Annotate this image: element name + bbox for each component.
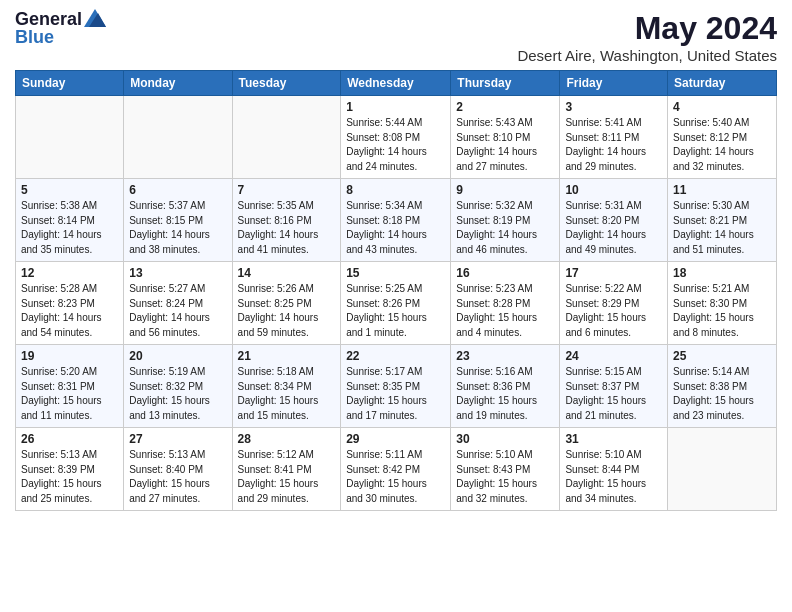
week-row-3: 12Sunrise: 5:28 AMSunset: 8:23 PMDayligh… [16, 262, 777, 345]
day-cell [668, 428, 777, 511]
day-number: 16 [456, 266, 554, 280]
day-number: 8 [346, 183, 445, 197]
day-number: 3 [565, 100, 662, 114]
day-number: 1 [346, 100, 445, 114]
day-cell [16, 96, 124, 179]
day-info: Sunrise: 5:13 AMSunset: 8:40 PMDaylight:… [129, 448, 226, 506]
day-info: Sunrise: 5:12 AMSunset: 8:41 PMDaylight:… [238, 448, 336, 506]
day-info: Sunrise: 5:37 AMSunset: 8:15 PMDaylight:… [129, 199, 226, 257]
day-info: Sunrise: 5:38 AMSunset: 8:14 PMDaylight:… [21, 199, 118, 257]
col-header-monday: Monday [124, 71, 232, 96]
day-cell: 2Sunrise: 5:43 AMSunset: 8:10 PMDaylight… [451, 96, 560, 179]
logo-blue: Blue [15, 28, 106, 48]
day-number: 6 [129, 183, 226, 197]
day-info: Sunrise: 5:13 AMSunset: 8:39 PMDaylight:… [21, 448, 118, 506]
day-info: Sunrise: 5:26 AMSunset: 8:25 PMDaylight:… [238, 282, 336, 340]
day-number: 12 [21, 266, 118, 280]
day-number: 28 [238, 432, 336, 446]
day-cell: 28Sunrise: 5:12 AMSunset: 8:41 PMDayligh… [232, 428, 341, 511]
day-cell: 25Sunrise: 5:14 AMSunset: 8:38 PMDayligh… [668, 345, 777, 428]
day-info: Sunrise: 5:11 AMSunset: 8:42 PMDaylight:… [346, 448, 445, 506]
day-number: 7 [238, 183, 336, 197]
day-cell: 3Sunrise: 5:41 AMSunset: 8:11 PMDaylight… [560, 96, 668, 179]
calendar-table: SundayMondayTuesdayWednesdayThursdayFrid… [15, 70, 777, 511]
day-cell: 27Sunrise: 5:13 AMSunset: 8:40 PMDayligh… [124, 428, 232, 511]
day-number: 26 [21, 432, 118, 446]
day-cell: 7Sunrise: 5:35 AMSunset: 8:16 PMDaylight… [232, 179, 341, 262]
day-info: Sunrise: 5:32 AMSunset: 8:19 PMDaylight:… [456, 199, 554, 257]
day-number: 5 [21, 183, 118, 197]
day-cell: 5Sunrise: 5:38 AMSunset: 8:14 PMDaylight… [16, 179, 124, 262]
col-header-friday: Friday [560, 71, 668, 96]
day-number: 19 [21, 349, 118, 363]
day-info: Sunrise: 5:28 AMSunset: 8:23 PMDaylight:… [21, 282, 118, 340]
day-number: 15 [346, 266, 445, 280]
day-number: 22 [346, 349, 445, 363]
day-info: Sunrise: 5:21 AMSunset: 8:30 PMDaylight:… [673, 282, 771, 340]
day-number: 20 [129, 349, 226, 363]
day-cell: 16Sunrise: 5:23 AMSunset: 8:28 PMDayligh… [451, 262, 560, 345]
day-cell: 8Sunrise: 5:34 AMSunset: 8:18 PMDaylight… [341, 179, 451, 262]
day-info: Sunrise: 5:15 AMSunset: 8:37 PMDaylight:… [565, 365, 662, 423]
col-header-tuesday: Tuesday [232, 71, 341, 96]
title-section: May 2024 Desert Aire, Washington, United… [517, 10, 777, 64]
day-number: 14 [238, 266, 336, 280]
day-info: Sunrise: 5:40 AMSunset: 8:12 PMDaylight:… [673, 116, 771, 174]
day-cell: 21Sunrise: 5:18 AMSunset: 8:34 PMDayligh… [232, 345, 341, 428]
day-info: Sunrise: 5:44 AMSunset: 8:08 PMDaylight:… [346, 116, 445, 174]
day-number: 23 [456, 349, 554, 363]
day-number: 4 [673, 100, 771, 114]
day-cell: 26Sunrise: 5:13 AMSunset: 8:39 PMDayligh… [16, 428, 124, 511]
day-number: 2 [456, 100, 554, 114]
day-number: 31 [565, 432, 662, 446]
day-cell: 11Sunrise: 5:30 AMSunset: 8:21 PMDayligh… [668, 179, 777, 262]
day-number: 30 [456, 432, 554, 446]
day-info: Sunrise: 5:34 AMSunset: 8:18 PMDaylight:… [346, 199, 445, 257]
day-cell: 13Sunrise: 5:27 AMSunset: 8:24 PMDayligh… [124, 262, 232, 345]
day-cell: 24Sunrise: 5:15 AMSunset: 8:37 PMDayligh… [560, 345, 668, 428]
day-cell: 29Sunrise: 5:11 AMSunset: 8:42 PMDayligh… [341, 428, 451, 511]
day-info: Sunrise: 5:43 AMSunset: 8:10 PMDaylight:… [456, 116, 554, 174]
header-row: SundayMondayTuesdayWednesdayThursdayFrid… [16, 71, 777, 96]
week-row-4: 19Sunrise: 5:20 AMSunset: 8:31 PMDayligh… [16, 345, 777, 428]
day-info: Sunrise: 5:10 AMSunset: 8:44 PMDaylight:… [565, 448, 662, 506]
day-cell: 14Sunrise: 5:26 AMSunset: 8:25 PMDayligh… [232, 262, 341, 345]
day-info: Sunrise: 5:10 AMSunset: 8:43 PMDaylight:… [456, 448, 554, 506]
day-cell [232, 96, 341, 179]
day-cell: 10Sunrise: 5:31 AMSunset: 8:20 PMDayligh… [560, 179, 668, 262]
col-header-wednesday: Wednesday [341, 71, 451, 96]
day-info: Sunrise: 5:30 AMSunset: 8:21 PMDaylight:… [673, 199, 771, 257]
day-info: Sunrise: 5:20 AMSunset: 8:31 PMDaylight:… [21, 365, 118, 423]
subtitle: Desert Aire, Washington, United States [517, 47, 777, 64]
day-number: 24 [565, 349, 662, 363]
day-cell: 17Sunrise: 5:22 AMSunset: 8:29 PMDayligh… [560, 262, 668, 345]
day-number: 21 [238, 349, 336, 363]
day-cell: 18Sunrise: 5:21 AMSunset: 8:30 PMDayligh… [668, 262, 777, 345]
day-info: Sunrise: 5:25 AMSunset: 8:26 PMDaylight:… [346, 282, 445, 340]
logo: General Blue [15, 10, 106, 48]
day-number: 29 [346, 432, 445, 446]
day-info: Sunrise: 5:18 AMSunset: 8:34 PMDaylight:… [238, 365, 336, 423]
day-info: Sunrise: 5:19 AMSunset: 8:32 PMDaylight:… [129, 365, 226, 423]
day-cell: 12Sunrise: 5:28 AMSunset: 8:23 PMDayligh… [16, 262, 124, 345]
day-info: Sunrise: 5:17 AMSunset: 8:35 PMDaylight:… [346, 365, 445, 423]
logo-icon [84, 9, 106, 27]
day-cell: 4Sunrise: 5:40 AMSunset: 8:12 PMDaylight… [668, 96, 777, 179]
week-row-5: 26Sunrise: 5:13 AMSunset: 8:39 PMDayligh… [16, 428, 777, 511]
day-cell: 19Sunrise: 5:20 AMSunset: 8:31 PMDayligh… [16, 345, 124, 428]
day-info: Sunrise: 5:31 AMSunset: 8:20 PMDaylight:… [565, 199, 662, 257]
day-info: Sunrise: 5:41 AMSunset: 8:11 PMDaylight:… [565, 116, 662, 174]
day-info: Sunrise: 5:23 AMSunset: 8:28 PMDaylight:… [456, 282, 554, 340]
day-cell: 20Sunrise: 5:19 AMSunset: 8:32 PMDayligh… [124, 345, 232, 428]
day-number: 27 [129, 432, 226, 446]
day-number: 10 [565, 183, 662, 197]
logo-text: General Blue [15, 10, 106, 48]
day-cell: 1Sunrise: 5:44 AMSunset: 8:08 PMDaylight… [341, 96, 451, 179]
day-info: Sunrise: 5:27 AMSunset: 8:24 PMDaylight:… [129, 282, 226, 340]
main-title: May 2024 [517, 10, 777, 47]
day-info: Sunrise: 5:16 AMSunset: 8:36 PMDaylight:… [456, 365, 554, 423]
day-info: Sunrise: 5:14 AMSunset: 8:38 PMDaylight:… [673, 365, 771, 423]
day-number: 17 [565, 266, 662, 280]
page: General Blue May 2024 Desert Aire, Washi… [0, 0, 792, 612]
col-header-thursday: Thursday [451, 71, 560, 96]
